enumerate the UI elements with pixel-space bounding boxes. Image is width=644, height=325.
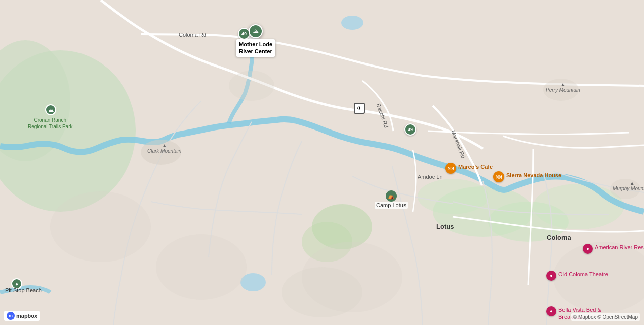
airport-marker: ✈ (354, 103, 365, 114)
svg-point-16 (50, 191, 151, 262)
american-river-resort-label: American River Resort (595, 244, 644, 250)
map-container[interactable]: 49 49 ⛰ ● ⛰ Mother Lode River Center ⛺ C… (0, 0, 644, 325)
mother-lode-icon: ⛰ (249, 24, 263, 38)
bella-vista-poi[interactable]: ● Bella Vista Bed & Breakfast l (546, 306, 556, 316)
park-icon: ⛰ (45, 104, 56, 115)
bella-vista-icon: ● (546, 306, 556, 316)
sierra-nevada-house-label: Sierra Nevada House (506, 172, 561, 178)
marcos-cafe-poi[interactable]: 🍽 Marco's Cafe (445, 163, 456, 174)
svg-point-18 (302, 242, 403, 312)
camp-lotus-marker[interactable]: ⛺ Camp Lotus (375, 190, 408, 209)
american-river-resort-poi[interactable]: ● American River Resort (583, 244, 593, 254)
svg-point-6 (533, 184, 624, 229)
mother-lode-marker[interactable]: ⛰ Mother Lode River Center (236, 24, 275, 57)
mapbox-logo-icon: m (7, 312, 15, 320)
svg-point-9 (341, 16, 363, 30)
mapbox-logo-text: mapbox (16, 313, 37, 319)
route-shield-49-2: 49 (404, 123, 416, 136)
svg-point-14 (229, 71, 274, 101)
svg-point-11 (141, 140, 181, 165)
mapbox-logo[interactable]: m mapbox (4, 311, 40, 321)
old-coloma-theatre-label: Old Coloma Theatre (558, 271, 608, 277)
old-coloma-theatre-icon: ● (546, 271, 556, 281)
svg-point-13 (610, 179, 640, 199)
svg-point-17 (156, 234, 247, 300)
sierra-nevada-house-icon: 🍽 (493, 171, 504, 182)
marcos-cafe-label: Marco's Cafe (458, 164, 493, 170)
sierra-nevada-house-poi[interactable]: 🍽 Sierra Nevada House (493, 171, 504, 182)
map-attribution: © Mapbox © OpenStreetMap (571, 313, 640, 321)
mother-lode-label: Mother Lode River Center (236, 39, 275, 57)
camp-lotus-icon: ⛺ (386, 190, 397, 202)
svg-point-5 (418, 179, 488, 214)
old-coloma-theatre-poi[interactable]: ● Old Coloma Theatre (546, 271, 556, 281)
svg-point-12 (543, 79, 579, 101)
pit-stop-beach-label: Pit Stop Beach (5, 287, 42, 293)
marcos-cafe-icon: 🍽 (445, 163, 456, 174)
camp-lotus-label: Camp Lotus (375, 202, 408, 209)
american-river-resort-icon: ● (583, 244, 593, 254)
